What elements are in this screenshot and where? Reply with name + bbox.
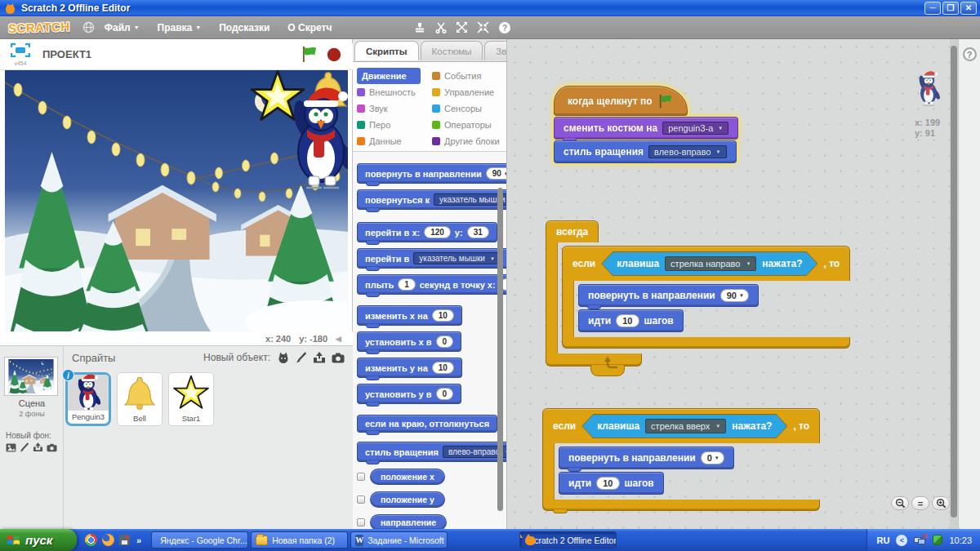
reporter-direction[interactable]: направление (370, 514, 447, 529)
taskbar-window-scratch[interactable]: Scratch 2 Offline Editor (519, 531, 617, 549)
palette-scrollbar[interactable] (497, 188, 503, 511)
help-icon[interactable]: ? (963, 47, 977, 61)
taskbar-window-chrome[interactable]: Яндекс - Google Chr... (151, 531, 248, 549)
menu-about[interactable]: О Скретч (287, 22, 332, 33)
palette-block-goto-xy[interactable]: перейти в x:120y:31 (357, 222, 497, 242)
palette-block-rotation-style[interactable]: стиль вращениявлево-вправо (357, 442, 506, 462)
palette-block-goto[interactable]: перейти вуказатель мышки (357, 248, 506, 269)
stage-selector[interactable]: Сцена 2 фоны Новый фон: (0, 346, 64, 530)
menu-edit[interactable]: Правка▼ (158, 22, 202, 33)
block-when-flag-clicked[interactable]: когда щелкнут по (554, 86, 688, 116)
category-sound[interactable]: Звук (357, 100, 432, 117)
palette-block-point-towards[interactable]: повернуться куказатель мышки (357, 189, 506, 210)
help-icon[interactable]: ? (497, 20, 511, 34)
script-start[interactable]: когда щелкнут по сменить костюм на pengu… (554, 86, 738, 163)
script-forever-loop[interactable]: всегда если клавиша стрелка направо нажа… (546, 220, 850, 367)
value-input[interactable]: 0 (436, 388, 454, 400)
language-indicator[interactable]: RU (877, 535, 890, 545)
seconds-input[interactable]: 1 (398, 278, 416, 291)
language-globe-icon[interactable] (82, 20, 96, 34)
block-forever[interactable]: всегда (546, 220, 599, 242)
hide-icons-chevron[interactable]: < (896, 535, 907, 546)
value-input[interactable]: 0 (436, 335, 454, 348)
direction-dropdown[interactable]: 90 (486, 167, 506, 180)
zoom-reset-button[interactable]: = (911, 496, 929, 510)
direction-dropdown[interactable]: 0 (701, 451, 724, 464)
block-if-right-arrow[interactable]: если клавиша стрелка направо нажата? , т… (562, 246, 850, 349)
block-move-steps[interactable]: идти 10 шагов (559, 472, 664, 495)
scripts-scrollbar[interactable] (950, 39, 958, 529)
app-quicklaunch-icon[interactable] (119, 535, 130, 545)
menu-file[interactable]: Файл▼ (105, 22, 140, 33)
quicklaunch-more-icon[interactable]: » (136, 535, 141, 545)
sprite-library-icon[interactable] (277, 352, 290, 364)
camera-backdrop-icon[interactable] (47, 442, 57, 452)
block-move-steps[interactable]: идти 10 шагов (578, 309, 684, 332)
minimize-button[interactable]: ─ (924, 2, 941, 15)
key-dropdown[interactable]: стрелка вверх (645, 419, 726, 433)
sprite-info-icon[interactable]: i (62, 369, 74, 381)
rotation-style-dropdown[interactable]: влево-вправо (648, 145, 726, 158)
backdrop-library-icon[interactable] (6, 442, 16, 452)
menu-tips[interactable]: Подсказки (219, 22, 270, 33)
block-key-pressed[interactable]: клавиша стрелка вверх нажата? (582, 415, 786, 438)
x-input[interactable]: 120 (424, 226, 451, 238)
scrollbar-thumb[interactable] (951, 46, 957, 518)
sprite-card-star1[interactable]: Star1 (168, 372, 214, 426)
palette-block-point-in-direction[interactable]: повернуть в направлении90 (357, 163, 506, 184)
category-operators[interactable]: Операторы (432, 117, 507, 133)
category-looks[interactable]: Внешность (357, 84, 432, 100)
category-sensing[interactable]: Сенсоры (432, 100, 507, 117)
green-flag-button[interactable] (301, 46, 318, 63)
upload-backdrop-icon[interactable] (33, 442, 43, 452)
category-control[interactable]: Управление (432, 84, 507, 100)
block-switch-costume[interactable]: сменить костюм на penguin3-a (554, 117, 738, 140)
watcher-checkbox[interactable] (357, 518, 365, 527)
value-input[interactable]: 10 (432, 309, 454, 322)
close-button[interactable]: ✕ (960, 2, 977, 15)
tab-costumes[interactable]: Костюмы (421, 41, 483, 60)
delete-scissors-icon[interactable] (434, 20, 448, 34)
category-motion[interactable]: Движение (357, 68, 421, 84)
zoom-out-button[interactable] (891, 496, 909, 510)
fullscreen-icon[interactable] (11, 43, 30, 57)
sprite-card-bell[interactable]: Bell (117, 372, 163, 426)
maximize-button[interactable]: ❐ (942, 2, 959, 15)
key-dropdown[interactable]: стрелка направо (665, 256, 756, 271)
palette-block-change-x[interactable]: изменить x на10 (357, 305, 462, 326)
watcher-checkbox[interactable] (357, 495, 365, 504)
collapse-arrow-icon[interactable]: ◀ (336, 335, 341, 343)
scripts-canvas[interactable]: когда щелкнут по сменить костюм на pengu… (506, 39, 950, 529)
grow-sprite-icon[interactable] (455, 20, 469, 34)
paint-backdrop-icon[interactable] (20, 442, 29, 452)
sprite-card-penguin3[interactable]: i Penguin3 (65, 372, 111, 426)
duplicate-stamp-icon[interactable] (412, 20, 426, 34)
zoom-in-button[interactable] (932, 496, 950, 510)
stage-canvas[interactable] (5, 70, 348, 331)
camera-sprite-icon[interactable] (332, 353, 345, 363)
palette-block-glide[interactable]: плыть1секунд в точку x:120 (357, 274, 506, 295)
category-pen[interactable]: Перо (357, 117, 432, 133)
category-more-blocks[interactable]: Другие блоки (432, 133, 507, 149)
target-dropdown[interactable]: указатель мышки (413, 252, 501, 264)
taskbar-window-word[interactable]: WЗадание - Microsoft ... (350, 531, 448, 549)
category-data[interactable]: Данные (357, 133, 432, 149)
direction-dropdown[interactable]: 90 (720, 289, 749, 302)
reporter-y-position[interactable]: положение y (370, 491, 445, 508)
palette-block-change-y[interactable]: изменить y на10 (357, 358, 462, 378)
paint-sprite-icon[interactable] (296, 352, 307, 363)
upload-sprite-icon[interactable] (313, 352, 326, 363)
stop-button[interactable] (327, 47, 341, 62)
costume-dropdown[interactable]: penguin3-a (662, 122, 728, 135)
reporter-x-position[interactable]: положение x (370, 469, 445, 485)
tab-scripts[interactable]: Скрипты (354, 41, 419, 60)
script-if-up-arrow[interactable]: если клавиша стрелка вверх нажата? , то … (542, 408, 820, 511)
category-events[interactable]: События (432, 68, 507, 84)
shrink-sprite-icon[interactable] (476, 20, 490, 34)
stage-thumbnail[interactable] (5, 358, 57, 395)
palette-block-bounce-on-edge[interactable]: если на краю, оттолкнуться (357, 415, 497, 433)
steps-input[interactable]: 10 (616, 314, 639, 327)
palette-block-set-y[interactable]: установить y в0 (357, 384, 461, 404)
block-point-in-direction[interactable]: повернуть в направлении 0 (559, 447, 734, 469)
tray-app-icon[interactable] (933, 535, 942, 545)
